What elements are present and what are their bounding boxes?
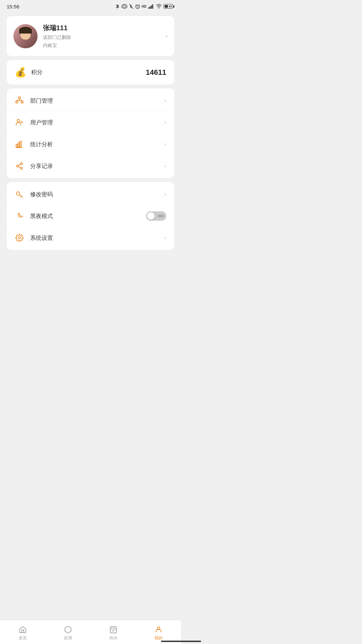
menu-item-stats[interactable]: 统计分析 › [7, 133, 174, 155]
status-bar: 15:56 HD 42 [0, 0, 181, 12]
profile-department: 该部门已删除 [43, 35, 71, 41]
bluetooth-icon [115, 4, 120, 9]
svg-point-25 [20, 163, 22, 165]
menu-label-dept-mgmt: 部门管理 [30, 97, 53, 105]
svg-rect-12 [16, 101, 18, 103]
menu-item-dark-mode[interactable]: 黑夜模式 OFF [7, 205, 174, 227]
svg-line-5 [139, 5, 139, 5]
points-card[interactable]: 💰 积分 14611 [7, 60, 174, 85]
user-mgmt-chevron-icon: › [164, 119, 166, 126]
svg-rect-23 [20, 141, 21, 147]
share-icon [15, 161, 24, 171]
svg-point-18 [17, 119, 20, 122]
user-mgmt-icon [15, 118, 24, 127]
svg-line-4 [136, 5, 136, 5]
stats-chevron-icon: › [164, 141, 166, 148]
dept-mgmt-chevron-icon: › [164, 97, 166, 104]
svg-point-34 [18, 237, 20, 239]
mute-icon [129, 4, 133, 9]
toggle-state-text: OFF [158, 214, 164, 218]
sys-settings-chevron-icon: › [164, 234, 166, 241]
profile-section[interactable]: 张瑞111 该部门已删除 内账宝 › [7, 16, 174, 56]
menu-item-dept-mgmt[interactable]: 部门管理 › [7, 90, 174, 112]
media-icon [121, 4, 127, 9]
settings-icon [15, 233, 24, 243]
menu-label-sys-settings: 系统设置 [30, 234, 53, 242]
wifi-icon [156, 4, 162, 9]
profile-name: 张瑞111 [43, 23, 71, 33]
svg-line-28 [18, 164, 20, 165]
theme-icon [15, 211, 24, 221]
battery-indicator: 42 [164, 4, 174, 9]
svg-rect-11 [18, 97, 20, 99]
alarm-icon [135, 4, 140, 9]
points-label: 积分 [31, 68, 43, 76]
svg-rect-13 [21, 101, 23, 103]
svg-point-1 [123, 5, 126, 7]
menu-label-stats: 统计分析 [30, 141, 53, 148]
org-icon [15, 96, 24, 105]
status-time: 15:56 [7, 4, 19, 9]
dark-mode-toggle[interactable]: OFF [146, 211, 166, 221]
share-log-chevron-icon: › [164, 163, 166, 169]
menu-item-sys-settings[interactable]: 系统设置 › [7, 227, 174, 249]
svg-rect-21 [16, 144, 17, 147]
signal-icon [148, 4, 154, 9]
profile-app: 内账宝 [43, 43, 71, 49]
svg-point-26 [16, 165, 18, 167]
svg-rect-9 [152, 4, 153, 9]
svg-point-30 [16, 192, 20, 195]
svg-rect-22 [18, 143, 19, 147]
menu-label-share-log: 分享记录 [30, 162, 53, 170]
svg-point-27 [20, 167, 22, 169]
svg-rect-6 [148, 7, 149, 9]
menu-label-dark-mode: 黑夜模式 [30, 212, 53, 220]
menu-item-change-pwd[interactable]: 修改密码 › [7, 183, 174, 205]
change-pwd-chevron-icon: › [164, 191, 166, 198]
status-icons: HD 42 [115, 4, 174, 9]
menu-group-2: 修改密码 › 黑夜模式 OFF [7, 182, 174, 250]
chart-icon [15, 140, 24, 149]
menu-item-share-log[interactable]: 分享记录 › [7, 155, 174, 177]
menu-label-user-mgmt: 用户管理 [30, 119, 53, 126]
svg-line-29 [18, 166, 20, 168]
avatar [13, 24, 38, 48]
svg-rect-7 [149, 6, 150, 9]
key-icon [15, 190, 24, 199]
svg-point-0 [122, 4, 127, 8]
menu-group-1: 部门管理 › 用户管理 › [7, 89, 174, 178]
points-icon: 💰 [15, 67, 26, 78]
profile-chevron-icon: › [166, 33, 168, 40]
profile-info: 张瑞111 该部门已删除 内账宝 [43, 23, 71, 49]
points-value: 14611 [146, 68, 166, 77]
menu-item-user-mgmt[interactable]: 用户管理 › [7, 112, 174, 133]
hd-badge: HD [142, 5, 146, 8]
svg-point-10 [159, 8, 159, 9]
svg-rect-8 [151, 5, 152, 9]
menu-label-change-pwd: 修改密码 [30, 191, 53, 198]
